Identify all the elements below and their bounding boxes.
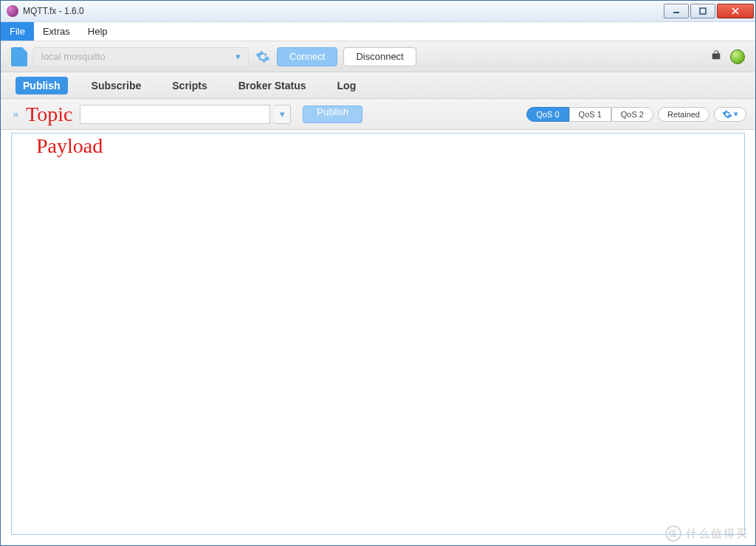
close-button[interactable] (717, 4, 754, 18)
qos-1-button[interactable]: QoS 1 (569, 107, 611, 122)
retained-toggle[interactable]: Retained (658, 107, 709, 122)
connect-button[interactable]: Connect (277, 47, 337, 66)
profile-icon[interactable] (11, 47, 27, 66)
tab-bar: Publish Subscribe Scripts Broker Status … (1, 72, 755, 99)
connection-status-indicator (730, 49, 745, 64)
minimize-button[interactable] (664, 4, 689, 18)
connection-bar: local mosquitto ▾ Connect Disconnect (1, 41, 755, 72)
payload-editor[interactable] (11, 133, 745, 535)
watermark-text: 什么值得买 (686, 527, 749, 541)
close-icon (731, 7, 740, 15)
menu-extras[interactable]: Extras (34, 22, 79, 41)
tab-broker-status[interactable]: Broker Status (231, 77, 314, 94)
chevron-down-icon: ▾ (280, 108, 285, 120)
lock-icon (709, 49, 723, 63)
svg-rect-1 (700, 8, 706, 14)
minimize-icon (673, 7, 680, 15)
app-icon (7, 5, 18, 17)
tab-scripts[interactable]: Scripts (165, 77, 214, 94)
publish-settings-button[interactable]: ▾ (714, 107, 746, 122)
disconnect-button[interactable]: Disconnect (343, 47, 416, 66)
topic-dropdown-button[interactable]: ▾ (275, 105, 291, 124)
watermark-logo-icon: 值 (665, 525, 681, 542)
settings-button[interactable] (255, 49, 271, 65)
tab-log[interactable]: Log (330, 77, 364, 94)
menu-file[interactable]: File (1, 22, 34, 41)
qos-group: QoS 0 QoS 1 QoS 2 (526, 107, 653, 122)
menu-bar: File Extras Help (1, 22, 755, 41)
publish-button[interactable]: Publish (303, 106, 362, 123)
tab-subscribe[interactable]: Subscribe (84, 77, 149, 94)
maximize-icon (699, 7, 707, 15)
window-title: MQTT.fx - 1.6.0 (23, 6, 84, 16)
menu-help[interactable]: Help (79, 22, 117, 41)
gear-icon (255, 49, 270, 64)
watermark: 值 什么值得买 (665, 525, 749, 542)
tab-publish[interactable]: Publish (16, 77, 68, 94)
title-bar: MQTT.fx - 1.6.0 (1, 1, 755, 22)
publish-topic-row: » Topic ▾ Publish QoS 0 QoS 1 QoS 2 Reta… (1, 99, 755, 130)
qos-0-button[interactable]: QoS 0 (526, 107, 568, 122)
maximize-button[interactable] (690, 4, 715, 18)
payload-section: Payload (1, 130, 755, 545)
app-window: MQTT.fx - 1.6.0 File Extras Help local m… (0, 0, 756, 546)
qos-2-button[interactable]: QoS 2 (611, 107, 653, 122)
profile-name: local mosquitto (41, 51, 106, 62)
chevron-down-icon: ▾ (236, 51, 241, 62)
gear-icon (722, 109, 732, 120)
topic-annotation: Topic (26, 103, 72, 126)
topic-input[interactable] (80, 105, 270, 124)
expand-icon[interactable]: » (10, 108, 21, 120)
profile-dropdown[interactable]: local mosquitto ▾ (33, 47, 249, 66)
